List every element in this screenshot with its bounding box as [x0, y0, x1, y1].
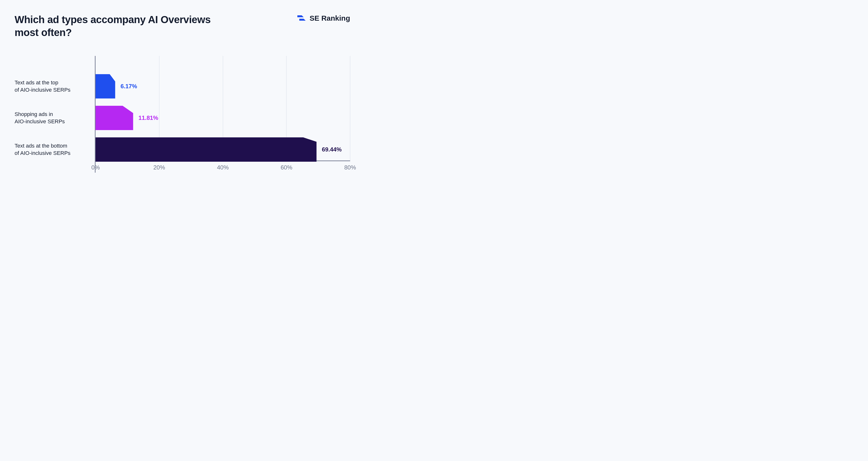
bar: [96, 106, 133, 130]
y-axis-label: Text ads at the topof AIO-inclusive SERP…: [14, 70, 95, 102]
se-ranking-icon: [297, 13, 306, 23]
bar-row: 69.44%: [96, 134, 350, 165]
brand-name: SE Ranking: [310, 14, 350, 22]
bar-value-label: 6.17%: [121, 83, 137, 90]
y-axis-label: Shopping ads inAIO-inclusive SERPs: [14, 102, 95, 134]
bar: [96, 137, 316, 162]
bar-chart: Text ads at the topof AIO-inclusive SERP…: [14, 56, 350, 173]
bar-row: 11.81%: [96, 102, 350, 134]
bar: [96, 74, 115, 98]
chart-title: Which ad types accompany AI Overviews mo…: [14, 13, 234, 39]
y-axis-label: Text ads at the bottomof AIO-inclusive S…: [14, 134, 95, 165]
bar-row: 6.17%: [96, 70, 350, 102]
bar-value-label: 69.44%: [322, 146, 342, 153]
bar-value-label: 11.81%: [138, 115, 158, 121]
brand-logo: SE Ranking: [297, 13, 350, 23]
